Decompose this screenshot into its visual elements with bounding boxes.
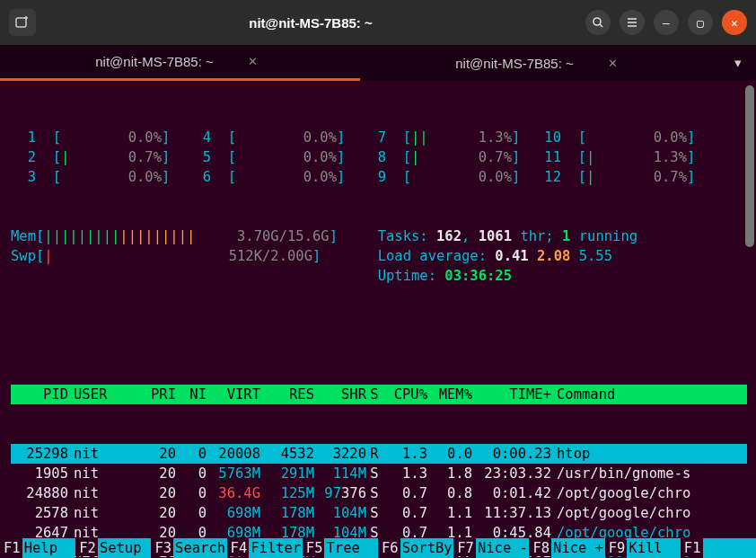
- cpu-meter-6: 6 [ 0.0%]: [186, 167, 361, 187]
- cpu-meter-3: 3 [ 0.0%]: [11, 167, 186, 187]
- cpu-meter-10: 10 [ 0.0%]: [536, 128, 711, 147]
- tab-dropdown-icon[interactable]: ▾: [720, 45, 756, 81]
- col-virt[interactable]: VIRT: [207, 385, 260, 404]
- process-row[interactable]: 2578nit200698M178M104MS0.71.111:37.13/op…: [11, 503, 747, 523]
- function-key-bar: F1HelpF2SetupF3SearchF4FilterF5TreeF6Sor…: [0, 538, 756, 558]
- fkey-action[interactable]: Kill: [627, 538, 681, 558]
- process-row[interactable]: 24880nit20036.4G125M97376S0.70.80:01.42/…: [11, 483, 747, 503]
- fkey-key: F4: [227, 540, 250, 556]
- fkey-key: F1: [681, 540, 703, 556]
- process-row[interactable]: 1905nit2005763M291M114MS1.31.823:03.32/u…: [11, 464, 747, 483]
- svg-point-3: [593, 18, 601, 25]
- tab-close-icon[interactable]: ✕: [241, 51, 265, 72]
- fkey-key: F2: [75, 540, 98, 556]
- cpu-meter-4: 4 [ 0.0%]: [186, 128, 361, 147]
- cpu-meter-8: 8 [| 0.7%]: [361, 147, 536, 167]
- cpu-meter-1: 1 [ 0.0%]: [11, 128, 186, 147]
- fkey-key: F8: [529, 540, 551, 556]
- cpu-meter-5: 5 [ 0.0%]: [186, 147, 361, 167]
- terminal-output: 1 [ 0.0%] 4 [ 0.0%] 7 [|| 1.3%] 10 [ 0.0…: [0, 81, 756, 558]
- fkey-action[interactable]: [703, 538, 757, 558]
- fkey-action[interactable]: Search: [173, 538, 227, 558]
- load-avg: Load average: 0.41 2.08 5.55: [361, 246, 612, 266]
- fkey-key: F5: [303, 540, 325, 556]
- tab-1[interactable]: nit@nit-MS-7B85: ~ ✕: [0, 45, 360, 81]
- col-s[interactable]: S: [366, 385, 382, 404]
- cpu-meter-12: 12 [| 0.7%]: [536, 167, 711, 187]
- col-cpu[interactable]: CPU%: [382, 385, 427, 404]
- svg-rect-0: [16, 18, 26, 27]
- col-res[interactable]: RES: [260, 385, 314, 404]
- fkey-key: F9: [605, 540, 628, 556]
- col-pid[interactable]: PID: [11, 385, 68, 404]
- fkey-action[interactable]: SortBy: [400, 538, 454, 558]
- tab-label: nit@nit-MS-7B85: ~: [455, 56, 574, 71]
- col-user[interactable]: USER: [68, 385, 133, 404]
- col-shr[interactable]: SHR: [314, 385, 366, 404]
- swp-meter: Swp[| 512K/2.00G]: [11, 246, 361, 266]
- col-pri[interactable]: PRI: [133, 385, 176, 404]
- fkey-action[interactable]: Tree: [324, 538, 378, 558]
- fkey-key: F1: [0, 540, 22, 556]
- mem-meter: Mem[|||||||||||||||||| 3.70G/15.6G]: [11, 226, 361, 246]
- menu-button[interactable]: [620, 10, 645, 35]
- col-ni[interactable]: NI: [176, 385, 207, 404]
- uptime: Uptime: 03:36:25: [361, 266, 512, 286]
- col-mem[interactable]: MEM%: [427, 385, 472, 404]
- col-cmd[interactable]: Command: [551, 385, 747, 404]
- scrollbar[interactable]: [745, 85, 754, 530]
- fkey-key: F6: [378, 540, 400, 556]
- fkey-action[interactable]: Filter: [249, 538, 303, 558]
- tab-close-icon[interactable]: ✕: [601, 53, 625, 74]
- process-header-row[interactable]: PID USER PRI NI VIRT RES SHR S CPU% MEM%…: [11, 385, 747, 404]
- cpu-meter-9: 9 [ 0.0%]: [361, 167, 536, 187]
- fkey-action[interactable]: Setup: [98, 538, 152, 558]
- maximize-button[interactable]: ▢: [688, 10, 713, 35]
- fkey-action[interactable]: Help: [22, 538, 76, 558]
- window-titlebar: nit@nit-MS-7B85: ~ — ▢ ✕: [0, 0, 756, 45]
- scrollbar-thumb[interactable]: [745, 85, 754, 247]
- tab-label: nit@nit-MS-7B85: ~: [95, 54, 214, 69]
- col-time[interactable]: TIME+: [472, 385, 551, 404]
- fkey-action[interactable]: Nice -: [476, 538, 530, 558]
- fkey-key: F3: [151, 540, 173, 556]
- new-tab-button[interactable]: [9, 9, 36, 36]
- tasks-info: Tasks: 162, 1061 thr; 1 running: [361, 226, 637, 246]
- close-button[interactable]: ✕: [722, 10, 747, 35]
- search-button[interactable]: [585, 10, 611, 35]
- fkey-key: F7: [453, 540, 476, 556]
- tab-bar: nit@nit-MS-7B85: ~ ✕ nit@nit-MS-7B85: ~ …: [0, 45, 756, 81]
- process-row[interactable]: 25298nit2002000845323220R1.30.00:00.23ht…: [11, 444, 747, 464]
- fkey-action[interactable]: Nice +: [551, 538, 605, 558]
- window-title: nit@nit-MS-7B85: ~: [45, 15, 576, 31]
- cpu-meter-2: 2 [| 0.7%]: [11, 147, 186, 167]
- minimize-button[interactable]: —: [654, 10, 679, 35]
- tab-2[interactable]: nit@nit-MS-7B85: ~ ✕: [360, 45, 720, 81]
- cpu-meter-11: 11 [| 1.3%]: [536, 147, 711, 167]
- svg-line-4: [600, 24, 602, 27]
- cpu-meter-7: 7 [|| 1.3%]: [361, 128, 536, 147]
